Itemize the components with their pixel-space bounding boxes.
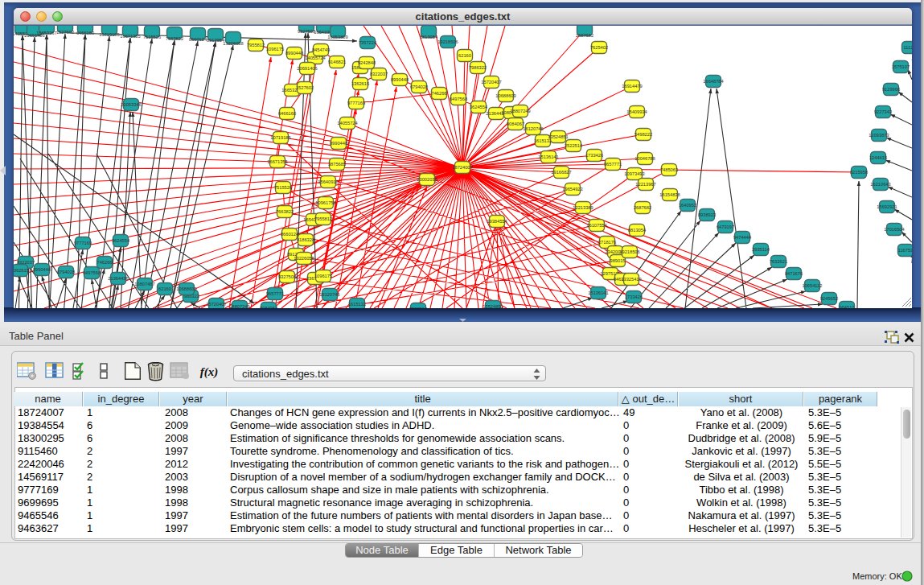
svg-text:10961758: 10961758 [315, 200, 335, 205]
svg-text:8215958: 8215958 [850, 170, 868, 175]
svg-text:10719185: 10719185 [270, 135, 290, 140]
svg-text:8938923: 8938923 [698, 212, 716, 217]
svg-text:13524851: 13524851 [548, 134, 568, 139]
svg-text:15692921: 15692921 [877, 204, 897, 209]
svg-text:16648784: 16648784 [703, 79, 723, 84]
svg-text:13325419: 13325419 [621, 277, 641, 282]
svg-text:12213389: 12213389 [573, 205, 593, 210]
svg-text:8660124: 8660124 [189, 37, 207, 42]
svg-text:2522514: 2522514 [565, 143, 582, 148]
svg-text:10688609: 10688609 [495, 93, 515, 98]
svg-text:12213967: 12213967 [635, 182, 655, 187]
svg-text:964512: 964512 [840, 305, 855, 308]
svg-text:20691406: 20691406 [297, 66, 317, 71]
svg-text:8990448: 8990448 [391, 77, 409, 82]
svg-text:10807487: 10807487 [134, 282, 154, 286]
svg-text:9245652: 9245652 [820, 296, 838, 301]
svg-text:7515526: 7515526 [274, 185, 292, 190]
svg-text:1362615: 1362615 [351, 81, 369, 86]
svg-text:9657771: 9657771 [266, 291, 284, 296]
svg-text:18724007: 18724007 [452, 165, 472, 170]
svg-text:15409934: 15409934 [626, 109, 647, 114]
svg-text:6497568: 6497568 [450, 97, 467, 101]
svg-text:7625402: 7625402 [590, 45, 608, 50]
svg-text:9146821: 9146821 [328, 60, 346, 64]
svg-text:8912954: 8912954 [207, 38, 224, 43]
svg-text:18807249: 18807249 [510, 109, 530, 113]
svg-text:9084067: 9084067 [260, 306, 277, 308]
svg-text:2687682: 2687682 [576, 33, 593, 38]
svg-text:9084067: 9084067 [507, 122, 524, 126]
svg-text:16107554: 16107554 [586, 223, 606, 228]
svg-text:6794028: 6794028 [57, 270, 75, 274]
svg-text:9657771: 9657771 [604, 162, 622, 167]
svg-text:8471676: 8471676 [785, 271, 803, 276]
svg-text:62160: 62160 [158, 286, 171, 291]
svg-text:1362615: 1362615 [14, 268, 29, 273]
svg-text:23002035: 23002035 [417, 177, 437, 182]
svg-text:16053809: 16053809 [327, 35, 347, 39]
svg-text:10719185: 10719185 [99, 32, 119, 37]
svg-text:16671355: 16671355 [120, 34, 140, 39]
svg-text:9242848: 9242848 [358, 60, 376, 65]
svg-text:5498222: 5498222 [634, 132, 652, 137]
svg-text:13524851: 13524851 [483, 304, 503, 308]
svg-text:7663822: 7663822 [276, 209, 294, 214]
svg-text:7357224: 7357224 [359, 40, 376, 45]
svg-text:8990448: 8990448 [330, 141, 347, 146]
svg-text:14055724: 14055724 [337, 121, 357, 126]
svg-text:62160: 62160 [458, 53, 471, 58]
svg-text:16120746: 16120746 [523, 126, 543, 131]
svg-text:8813054: 8813054 [628, 228, 646, 233]
svg-text:f(x): f(x) [200, 365, 219, 379]
svg-text:19218506: 19218506 [437, 39, 458, 44]
svg-text:19654923: 19654923 [562, 187, 582, 192]
svg-text:1096175: 1096175 [314, 274, 332, 278]
svg-text:2522514: 2522514 [409, 307, 427, 308]
svg-text:7955812: 7955812 [247, 43, 265, 47]
svg-text:9474444: 9474444 [733, 235, 751, 240]
svg-text:16653267: 16653267 [36, 31, 56, 35]
svg-text:1244415: 1244415 [869, 155, 887, 160]
svg-text:8660124: 8660124 [281, 232, 298, 237]
svg-text:6497568: 6497568 [83, 270, 101, 275]
svg-text:6479197: 6479197 [717, 225, 734, 229]
svg-text:15136141: 15136141 [588, 290, 608, 295]
svg-text:3875685: 3875685 [328, 162, 346, 167]
svg-text:6466160: 6466160 [278, 111, 296, 116]
svg-text:7955812: 7955812 [314, 216, 332, 221]
svg-text:19166827: 19166827 [551, 170, 571, 175]
svg-text:2718176: 2718176 [598, 240, 616, 245]
svg-text:1733426: 1733426 [585, 153, 603, 158]
svg-text:1527602: 1527602 [296, 85, 314, 90]
svg-text:1575107: 1575107 [892, 64, 910, 69]
svg-text:10973493: 10973493 [624, 171, 644, 176]
svg-text:19384554: 19384554 [487, 219, 507, 224]
svg-text:13226058: 13226058 [223, 41, 243, 46]
svg-text:16154838: 16154838 [659, 192, 680, 197]
svg-text:8322037: 8322037 [370, 72, 388, 76]
svg-text:116753: 116753 [898, 248, 912, 253]
svg-text:12093873: 12093873 [869, 133, 889, 138]
svg-text:9327508: 9327508 [298, 29, 315, 34]
svg-text:6794028: 6794028 [410, 84, 428, 89]
svg-text:8990448: 8990448 [33, 267, 51, 272]
svg-text:11123: 11123 [904, 45, 912, 50]
svg-text:7485063: 7485063 [660, 167, 678, 172]
svg-text:7515526: 7515526 [143, 35, 161, 39]
svg-text:21364436: 21364436 [108, 276, 128, 281]
svg-text:10046788: 10046788 [634, 156, 655, 161]
svg-text:2687682: 2687682 [634, 205, 651, 210]
svg-text:9777169: 9777169 [74, 241, 92, 245]
svg-text:8813054: 8813054 [420, 35, 437, 39]
svg-text:1640952: 1640952 [679, 203, 696, 208]
svg-text:16671355: 16671355 [267, 159, 287, 164]
svg-text:18807249: 18807249 [229, 304, 249, 308]
svg-text:746266: 746266 [432, 91, 447, 96]
svg-text:1527602: 1527602 [56, 30, 74, 35]
svg-text:746266: 746266 [97, 260, 113, 265]
svg-text:989015: 989015 [610, 258, 626, 263]
svg-text:1615132: 1615132 [348, 302, 366, 307]
svg-text:15136141: 15136141 [538, 154, 558, 159]
svg-text:20053346: 20053346 [121, 102, 141, 107]
